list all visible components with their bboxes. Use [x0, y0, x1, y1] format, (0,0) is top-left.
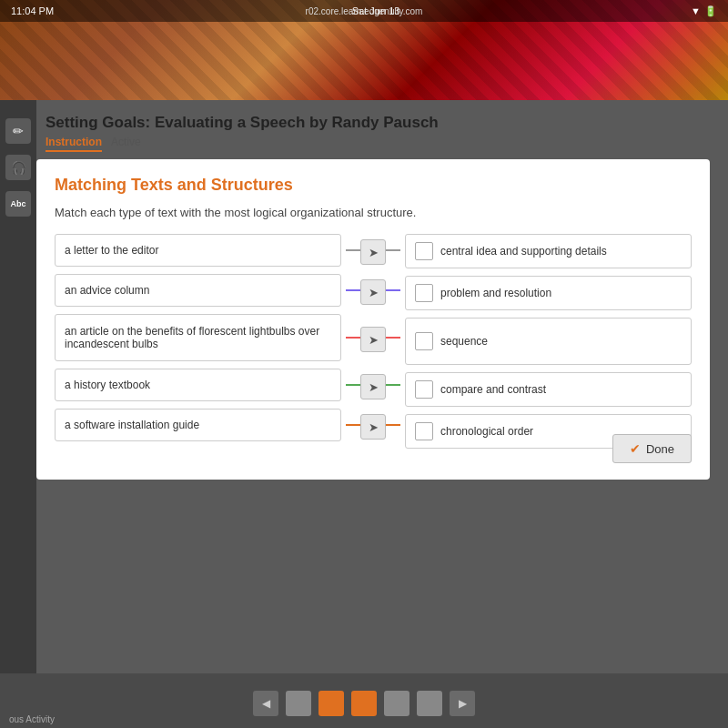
- line-3b: [386, 337, 400, 339]
- left-item-5: a software installation guide: [55, 409, 341, 441]
- nav-box-2[interactable]: [318, 691, 344, 716]
- card-instruction: Match each type of text with the most lo…: [55, 206, 692, 219]
- nav-box-3[interactable]: [351, 691, 377, 716]
- pencil-icon[interactable]: ✏: [5, 118, 31, 144]
- line-4b: [386, 384, 400, 386]
- line-1a: [346, 249, 360, 251]
- footer-label: ous Activity: [9, 714, 55, 724]
- content-card: Matching Texts and Structures Match each…: [36, 159, 710, 480]
- line-4a: [346, 384, 360, 386]
- right-item-4: compare and contrast: [405, 372, 692, 407]
- status-bar: 11:04 PM Sat Jun 13 r02.core.learn.edgen…: [0, 0, 728, 22]
- status-time: 11:04 PM: [11, 5, 54, 16]
- left-item-3-text: an article on the benefits of florescent…: [65, 325, 331, 350]
- abc-icon[interactable]: Abc: [5, 191, 31, 217]
- arrow-btn-5[interactable]: ➤: [360, 414, 386, 440]
- page-header: Setting Goals: Evaluating a Speech by Ra…: [46, 114, 701, 152]
- checkbox-5[interactable]: [415, 422, 433, 440]
- nav-box-4[interactable]: [384, 691, 410, 716]
- right-column: central idea and supporting details prob…: [405, 234, 692, 449]
- left-item-5-text: a software installation guide: [65, 419, 199, 431]
- page-title: Setting Goals: Evaluating a Speech by Ra…: [46, 114, 701, 132]
- sidebar: ✏ 🎧 Abc: [0, 100, 36, 673]
- matching-layout: a letter to the editor an advice column …: [55, 234, 692, 449]
- left-item-2: an advice column: [55, 274, 341, 307]
- left-item-3: an article on the benefits of florescent…: [55, 314, 341, 361]
- nav-box-1[interactable]: [286, 691, 311, 716]
- wifi-icon: ▼: [691, 5, 701, 16]
- main-area: Setting Goals: Evaluating a Speech by Ra…: [0, 100, 728, 673]
- connector-column: ➤ ➤ ➤ ➤: [341, 234, 405, 449]
- headphone-icon[interactable]: 🎧: [5, 155, 31, 180]
- line-5b: [386, 424, 400, 426]
- checkmark-icon: ✔: [630, 441, 641, 456]
- arrow-btn-1[interactable]: ➤: [360, 239, 386, 265]
- right-item-2-text: problem and resolution: [440, 287, 551, 299]
- line-2b: [386, 289, 400, 291]
- tab-active[interactable]: Active: [111, 136, 141, 152]
- right-item-5-text: chronological order: [440, 425, 533, 438]
- checkbox-1[interactable]: [415, 242, 433, 260]
- left-item-4: a history textbook: [55, 369, 341, 401]
- left-item-1: a letter to the editor: [55, 234, 341, 267]
- left-item-1-text: a letter to the editor: [65, 244, 158, 257]
- nav-next-button[interactable]: ▶: [450, 691, 475, 716]
- connector-1: ➤: [341, 234, 405, 267]
- tab-instruction[interactable]: Instruction: [46, 136, 102, 152]
- arrow-btn-3[interactable]: ➤: [360, 327, 386, 352]
- status-icons: ▼ 🔋: [691, 5, 717, 17]
- line-2a: [346, 289, 360, 291]
- page-tabs: Instruction Active: [46, 136, 701, 152]
- line-5a: [346, 424, 360, 426]
- nav-prev-button[interactable]: ◀: [253, 691, 278, 716]
- right-item-4-text: compare and contrast: [440, 383, 546, 396]
- right-item-2: problem and resolution: [405, 276, 692, 310]
- connector-4: ➤: [341, 369, 405, 401]
- battery-icon: 🔋: [704, 5, 717, 17]
- right-item-3: sequence: [405, 318, 692, 365]
- connector-2: ➤: [341, 274, 405, 307]
- arrow-btn-2[interactable]: ➤: [360, 279, 386, 305]
- left-column: a letter to the editor an advice column …: [55, 234, 341, 449]
- checkbox-3[interactable]: [415, 332, 433, 350]
- card-title: Matching Texts and Structures: [55, 176, 692, 195]
- done-button-label: Done: [646, 442, 674, 456]
- bottom-bar: ◀ ▶ ous Activity: [0, 678, 728, 728]
- status-url: r02.core.learn.edgenuity.com: [306, 6, 423, 16]
- right-item-3-text: sequence: [440, 335, 488, 348]
- connector-5: ➤: [341, 409, 405, 441]
- line-3a: [346, 337, 360, 339]
- arrow-btn-4[interactable]: ➤: [360, 374, 386, 399]
- left-item-2-text: an advice column: [65, 284, 149, 297]
- left-item-4-text: a history textbook: [65, 379, 150, 391]
- done-button[interactable]: ✔ Done: [612, 434, 692, 463]
- connector-3: ➤: [341, 314, 405, 361]
- right-item-1: central idea and supporting details: [405, 234, 692, 268]
- line-1b: [386, 249, 400, 251]
- checkbox-2[interactable]: [415, 284, 433, 302]
- checkbox-4[interactable]: [415, 380, 433, 399]
- right-item-1-text: central idea and supporting details: [440, 245, 607, 258]
- nav-box-5[interactable]: [417, 691, 442, 716]
